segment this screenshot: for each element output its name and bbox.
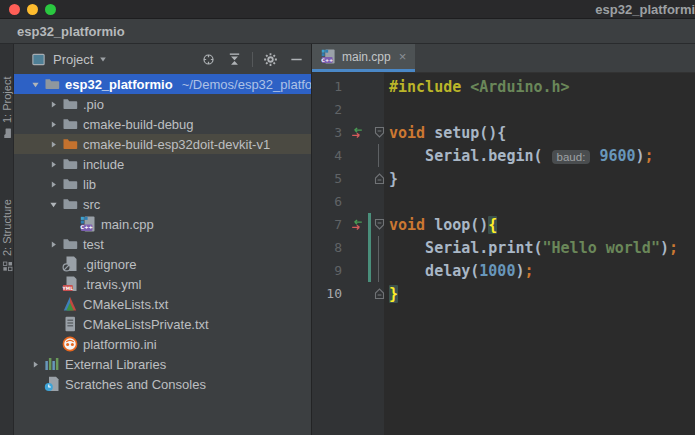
zoom-window-button[interactable]: [45, 4, 56, 15]
chevron-right-icon[interactable]: [46, 119, 61, 130]
close-window-button[interactable]: [9, 4, 20, 15]
token-plain: setup(){: [425, 124, 506, 142]
tree-item-label: .travis.yml: [83, 277, 142, 292]
fold-connector: [372, 259, 386, 282]
line-number: 5: [312, 171, 346, 186]
tree-item-include[interactable]: include: [14, 154, 311, 174]
fold-start-icon[interactable]: [372, 121, 386, 144]
chevron-down-icon[interactable]: [98, 54, 108, 64]
tree-item-esp32-platformio[interactable]: esp32_platformio~/Demos/esp32_platform: [14, 74, 311, 94]
fold-end-icon[interactable]: [372, 282, 386, 305]
chevron-down-icon[interactable]: [46, 199, 61, 210]
libraries-icon: [43, 356, 60, 372]
tree-item-label: test: [83, 237, 104, 252]
editor-tab-main-cpp[interactable]: C++main.cpp×: [312, 44, 415, 72]
close-tab-icon[interactable]: ×: [399, 50, 407, 63]
code-line-1[interactable]: 1#include <Arduino.h>: [312, 75, 695, 98]
stripe-button-structure[interactable]: 2: Structure: [1, 199, 13, 272]
line-number: 10: [312, 286, 346, 301]
code-editor[interactable]: 1#include <Arduino.h>23void setup(){4 Se…: [312, 73, 695, 435]
project-panel-title[interactable]: Project: [53, 52, 93, 67]
tree-item-main-cpp[interactable]: C++main.cpp: [14, 214, 311, 234]
code-line-10[interactable]: 10}: [312, 282, 695, 305]
code-text: void loop(){: [386, 216, 497, 234]
fold-connector: [372, 236, 386, 259]
token-brace: {: [488, 216, 497, 234]
code-line-3[interactable]: 3void setup(){: [312, 121, 695, 144]
token-plain: }: [389, 170, 398, 188]
folder-icon: [61, 96, 78, 112]
tree-item-cmake-build-debug[interactable]: cmake-build-debug: [14, 114, 311, 134]
swap-arrows-icon[interactable]: [346, 218, 368, 232]
tree-item-platformio-ini[interactable]: platformio.ini: [14, 334, 311, 354]
code-text: #include <Arduino.h>: [386, 78, 570, 96]
vcs-spacer: [368, 167, 371, 190]
code-text: }: [386, 285, 398, 303]
chevron-right-icon[interactable]: [46, 139, 61, 150]
collapse-all-button[interactable]: [226, 51, 243, 68]
vcs-spacer: [368, 98, 371, 121]
chevron-right-icon[interactable]: [46, 159, 61, 170]
traffic-lights: [9, 4, 56, 15]
tree-item-label: .pio: [83, 97, 104, 112]
token-kw: void: [389, 124, 425, 142]
window-title: esp32_platformio: [595, 2, 695, 17]
locate-button[interactable]: [200, 51, 217, 68]
swap-arrows-icon[interactable]: [346, 126, 368, 140]
tree-item-external-libraries[interactable]: External Libraries: [14, 354, 311, 374]
minimize-window-button[interactable]: [27, 4, 38, 15]
folder-icon: [61, 236, 78, 252]
stripe-label-project: 1: Project: [1, 77, 13, 123]
project-stripe-icon: [2, 128, 13, 139]
tree-item-cmakelistsprivate-txt[interactable]: CMakeListsPrivate.txt: [14, 314, 311, 334]
title-bar: esp32_platformio: [0, 0, 695, 19]
tree-item-cmake-build-esp32doit-devkit-v1[interactable]: cmake-build-esp32doit-devkit-v1: [14, 134, 311, 154]
project-panel-header: Project: [14, 44, 311, 74]
svg-text:YML: YML: [62, 286, 73, 291]
tree-item-label: cmake-build-esp32doit-devkit-v1: [83, 137, 270, 152]
tree-item-label: include: [83, 157, 124, 172]
fold-end-icon[interactable]: [372, 167, 386, 190]
code-line-9[interactable]: 9 delay(1000);: [312, 259, 695, 282]
chevron-right-icon[interactable]: [28, 359, 43, 370]
token-directive: #include: [389, 78, 461, 96]
chevron-right-icon[interactable]: [46, 239, 61, 250]
code-line-5[interactable]: 5}: [312, 167, 695, 190]
code-line-7[interactable]: 7void loop(){: [312, 213, 695, 236]
tree-item-label: .gitignore: [83, 257, 136, 272]
hide-panel-button[interactable]: [288, 51, 305, 68]
scratches-icon: [43, 376, 60, 392]
breadcrumb-project[interactable]: esp32_platformio: [17, 24, 125, 39]
code-line-6[interactable]: 6: [312, 190, 695, 213]
stripe-button-project[interactable]: 1: Project: [1, 77, 13, 139]
ide-window: esp32_platformio esp32_platformio 1: Pro…: [0, 0, 695, 435]
tree-item-test[interactable]: test: [14, 234, 311, 254]
token-brace: }: [389, 285, 398, 303]
code-line-2[interactable]: 2: [312, 98, 695, 121]
chevron-down-icon[interactable]: [28, 79, 43, 90]
code-line-8[interactable]: 8 Serial.print("Hello world");: [312, 236, 695, 259]
tree-item-scratches-and-consoles[interactable]: Scratches and Consoles: [14, 374, 311, 394]
tree-item-cmakelists-txt[interactable]: CMakeLists.txt: [14, 294, 311, 314]
tree-item--travis-yml[interactable]: YML.travis.yml: [14, 274, 311, 294]
token-str: <Arduino.h>: [470, 78, 569, 96]
tree-item--gitignore[interactable]: .gitignore: [14, 254, 311, 274]
tree-item--pio[interactable]: .pio: [14, 94, 311, 114]
folder-icon: [61, 156, 78, 172]
chevron-right-icon[interactable]: [46, 179, 61, 190]
chevron-right-icon[interactable]: [46, 99, 61, 110]
code-line-4[interactable]: 4 Serial.begin( baud: 9600);: [312, 144, 695, 167]
svg-text:C++: C++: [80, 224, 93, 230]
toolbar-separator: [252, 52, 253, 67]
tree-item-label: esp32_platformio: [65, 77, 173, 92]
project-tree: esp32_platformio~/Demos/esp32_platform.p…: [14, 74, 311, 435]
editor-tab-bar: C++main.cpp×: [312, 44, 695, 73]
tree-item-lib[interactable]: lib: [14, 174, 311, 194]
settings-gear-button[interactable]: [262, 51, 279, 68]
tree-item-src[interactable]: src: [14, 194, 311, 214]
folder-icon: [43, 76, 60, 92]
navigation-bar: esp32_platformio: [0, 19, 695, 44]
folder-icon: [61, 116, 78, 132]
cmake-file-icon: [61, 296, 78, 312]
fold-start-icon[interactable]: [372, 213, 386, 236]
